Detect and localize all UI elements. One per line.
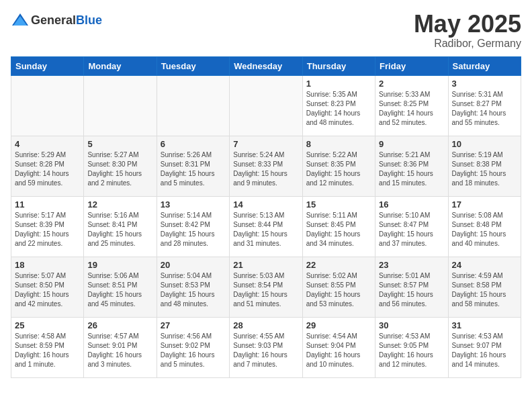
day-of-week-header: Monday <box>84 56 157 75</box>
day-number: 25 <box>15 320 80 330</box>
day-number: 3 <box>452 79 517 89</box>
day-info: Sunrise: 5:07 AMSunset: 8:50 PMDaylight:… <box>15 271 80 309</box>
day-number: 26 <box>87 320 152 330</box>
day-number: 9 <box>379 139 444 149</box>
calendar-day-cell: 27Sunrise: 4:56 AMSunset: 9:02 PMDayligh… <box>157 317 229 377</box>
day-info: Sunrise: 4:59 AMSunset: 8:58 PMDaylight:… <box>452 271 517 309</box>
day-number: 13 <box>161 199 226 210</box>
calendar-week-row: 1Sunrise: 5:35 AMSunset: 8:23 PMDaylight… <box>11 75 521 136</box>
calendar-day-cell: 20Sunrise: 5:04 AMSunset: 8:53 PMDayligh… <box>157 257 229 317</box>
page-header: GeneralBlue May 2025 Radibor, Germany <box>11 11 521 50</box>
calendar-day-cell: 9Sunrise: 5:21 AMSunset: 8:36 PMDaylight… <box>375 136 448 196</box>
day-number: 20 <box>161 260 226 270</box>
day-number: 16 <box>379 199 444 210</box>
calendar-header-row: SundayMondayTuesdayWednesdayThursdayFrid… <box>11 56 521 75</box>
day-info: Sunrise: 5:24 AMSunset: 8:33 PMDaylight:… <box>233 150 298 188</box>
day-number: 17 <box>452 199 517 210</box>
day-number: 4 <box>15 139 80 149</box>
calendar-day-cell: 6Sunrise: 5:26 AMSunset: 8:31 PMDaylight… <box>157 136 229 196</box>
day-of-week-header: Wednesday <box>230 56 302 75</box>
calendar-day-cell: 25Sunrise: 4:58 AMSunset: 8:59 PMDayligh… <box>11 317 84 377</box>
day-info: Sunrise: 4:54 AMSunset: 9:04 PMDaylight:… <box>306 332 371 369</box>
day-info: Sunrise: 5:13 AMSunset: 8:44 PMDaylight:… <box>233 211 298 248</box>
month-year: May 2025 <box>414 11 521 38</box>
day-number: 5 <box>87 139 152 149</box>
logo-text: GeneralBlue <box>31 13 102 28</box>
day-number: 14 <box>233 199 298 210</box>
calendar-day-cell: 12Sunrise: 5:16 AMSunset: 8:41 PMDayligh… <box>84 196 157 257</box>
day-number: 23 <box>379 260 444 270</box>
calendar-day-cell: 24Sunrise: 4:59 AMSunset: 8:58 PMDayligh… <box>448 257 521 317</box>
calendar-day-cell: 22Sunrise: 5:02 AMSunset: 8:55 PMDayligh… <box>302 257 375 317</box>
day-info: Sunrise: 5:14 AMSunset: 8:42 PMDaylight:… <box>161 211 226 248</box>
day-info: Sunrise: 5:02 AMSunset: 8:55 PMDaylight:… <box>306 271 371 309</box>
day-info: Sunrise: 5:17 AMSunset: 8:39 PMDaylight:… <box>15 211 80 248</box>
day-number: 24 <box>452 260 517 270</box>
calendar-week-row: 4Sunrise: 5:29 AMSunset: 8:28 PMDaylight… <box>11 136 521 196</box>
calendar-day-cell: 14Sunrise: 5:13 AMSunset: 8:44 PMDayligh… <box>230 196 302 257</box>
day-info: Sunrise: 5:11 AMSunset: 8:45 PMDaylight:… <box>306 211 371 248</box>
calendar-day-cell: 29Sunrise: 4:54 AMSunset: 9:04 PMDayligh… <box>302 317 375 377</box>
day-info: Sunrise: 4:56 AMSunset: 9:02 PMDaylight:… <box>161 332 226 369</box>
day-info: Sunrise: 4:53 AMSunset: 9:05 PMDaylight:… <box>379 332 444 369</box>
day-of-week-header: Friday <box>375 56 448 75</box>
day-info: Sunrise: 5:21 AMSunset: 8:36 PMDaylight:… <box>379 150 444 188</box>
day-of-week-header: Tuesday <box>157 56 229 75</box>
day-info: Sunrise: 5:35 AMSunset: 8:23 PMDaylight:… <box>306 90 371 128</box>
calendar-day-cell: 3Sunrise: 5:31 AMSunset: 8:27 PMDaylight… <box>448 75 521 136</box>
day-info: Sunrise: 5:26 AMSunset: 8:31 PMDaylight:… <box>161 150 226 188</box>
day-info: Sunrise: 5:08 AMSunset: 8:48 PMDaylight:… <box>452 211 517 248</box>
calendar-day-cell: 1Sunrise: 5:35 AMSunset: 8:23 PMDaylight… <box>302 75 375 136</box>
calendar-table: SundayMondayTuesdayWednesdayThursdayFrid… <box>11 56 521 378</box>
calendar-day-cell: 26Sunrise: 4:57 AMSunset: 9:01 PMDayligh… <box>84 317 157 377</box>
day-number: 30 <box>379 320 444 330</box>
day-info: Sunrise: 5:29 AMSunset: 8:28 PMDaylight:… <box>15 150 80 188</box>
logo: GeneralBlue <box>11 11 102 30</box>
calendar-day-cell <box>230 75 302 136</box>
calendar-day-cell: 18Sunrise: 5:07 AMSunset: 8:50 PMDayligh… <box>11 257 84 317</box>
day-number: 1 <box>306 79 371 89</box>
day-info: Sunrise: 4:58 AMSunset: 8:59 PMDaylight:… <box>15 332 80 369</box>
logo-general: General <box>31 13 76 27</box>
calendar-day-cell <box>157 75 229 136</box>
day-number: 6 <box>161 139 226 149</box>
day-info: Sunrise: 5:22 AMSunset: 8:35 PMDaylight:… <box>306 150 371 188</box>
calendar-day-cell: 30Sunrise: 4:53 AMSunset: 9:05 PMDayligh… <box>375 317 448 377</box>
logo-icon <box>11 11 30 30</box>
day-info: Sunrise: 5:33 AMSunset: 8:25 PMDaylight:… <box>379 90 444 128</box>
day-info: Sunrise: 5:04 AMSunset: 8:53 PMDaylight:… <box>161 271 226 309</box>
calendar-day-cell <box>11 75 84 136</box>
calendar-day-cell: 2Sunrise: 5:33 AMSunset: 8:25 PMDaylight… <box>375 75 448 136</box>
day-number: 7 <box>233 139 298 149</box>
calendar-week-row: 25Sunrise: 4:58 AMSunset: 8:59 PMDayligh… <box>11 317 521 377</box>
day-info: Sunrise: 5:03 AMSunset: 8:54 PMDaylight:… <box>233 271 298 309</box>
calendar-day-cell: 31Sunrise: 4:53 AMSunset: 9:07 PMDayligh… <box>448 317 521 377</box>
day-number: 22 <box>306 260 371 270</box>
day-number: 2 <box>379 79 444 89</box>
day-of-week-header: Saturday <box>448 56 521 75</box>
day-info: Sunrise: 5:27 AMSunset: 8:30 PMDaylight:… <box>87 150 152 188</box>
location: Radibor, Germany <box>414 38 521 50</box>
day-number: 31 <box>452 320 517 330</box>
day-number: 27 <box>161 320 226 330</box>
day-info: Sunrise: 4:53 AMSunset: 9:07 PMDaylight:… <box>452 332 517 369</box>
logo-blue: Blue <box>76 13 102 27</box>
calendar-day-cell: 23Sunrise: 5:01 AMSunset: 8:57 PMDayligh… <box>375 257 448 317</box>
calendar-day-cell: 21Sunrise: 5:03 AMSunset: 8:54 PMDayligh… <box>230 257 302 317</box>
day-number: 10 <box>452 139 517 149</box>
calendar-week-row: 11Sunrise: 5:17 AMSunset: 8:39 PMDayligh… <box>11 196 521 257</box>
day-of-week-header: Sunday <box>11 56 84 75</box>
title-block: May 2025 Radibor, Germany <box>414 11 521 50</box>
calendar-day-cell: 13Sunrise: 5:14 AMSunset: 8:42 PMDayligh… <box>157 196 229 257</box>
day-info: Sunrise: 5:31 AMSunset: 8:27 PMDaylight:… <box>452 90 517 128</box>
calendar-day-cell: 7Sunrise: 5:24 AMSunset: 8:33 PMDaylight… <box>230 136 302 196</box>
calendar-day-cell: 4Sunrise: 5:29 AMSunset: 8:28 PMDaylight… <box>11 136 84 196</box>
calendar-day-cell: 28Sunrise: 4:55 AMSunset: 9:03 PMDayligh… <box>230 317 302 377</box>
day-number: 15 <box>306 199 371 210</box>
day-info: Sunrise: 5:19 AMSunset: 8:38 PMDaylight:… <box>452 150 517 188</box>
day-number: 21 <box>233 260 298 270</box>
day-info: Sunrise: 5:01 AMSunset: 8:57 PMDaylight:… <box>379 271 444 309</box>
day-number: 28 <box>233 320 298 330</box>
calendar-day-cell: 17Sunrise: 5:08 AMSunset: 8:48 PMDayligh… <box>448 196 521 257</box>
calendar-day-cell <box>84 75 157 136</box>
